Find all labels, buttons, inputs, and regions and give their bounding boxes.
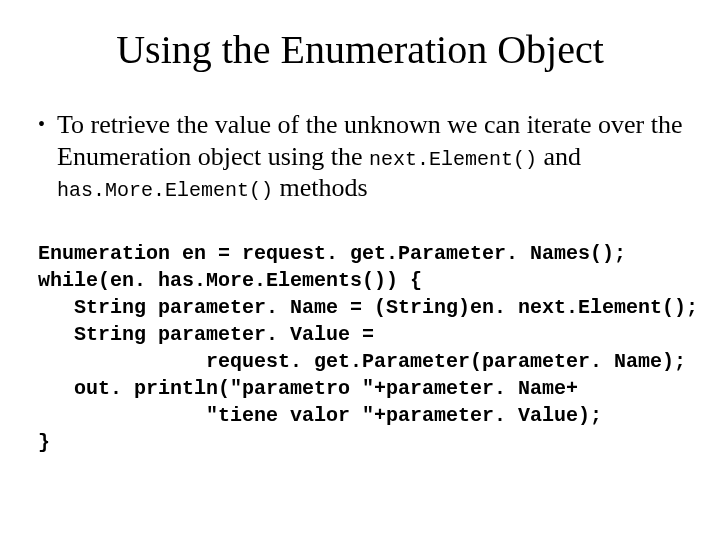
code-line-5: request. get.Parameter(parameter. Name);: [38, 350, 686, 373]
code-line-4: String parameter. Value =: [38, 323, 374, 346]
bullet-part2: and: [537, 142, 581, 171]
slide: Using the Enumeration Object • To retrie…: [0, 0, 720, 540]
bullet-code2: has.More.Element(): [57, 179, 273, 202]
code-line-8: }: [38, 431, 50, 454]
bullet-code1: next.Element(): [369, 148, 537, 171]
bullet-marker: •: [38, 109, 45, 139]
code-line-7: "tiene valor "+parameter. Value);: [38, 404, 602, 427]
slide-title: Using the Enumeration Object: [36, 26, 684, 73]
bullet-item: • To retrieve the value of the unknown w…: [38, 109, 684, 204]
code-line-2: while(en. has.More.Elements()) {: [38, 269, 422, 292]
bullet-text: To retrieve the value of the unknown we …: [57, 109, 684, 204]
code-line-1: Enumeration en = request. get.Parameter.…: [38, 242, 626, 265]
code-line-6: out. println("parametro "+parameter. Nam…: [38, 377, 578, 400]
bullet-part3: methods: [273, 173, 368, 202]
code-block: Enumeration en = request. get.Parameter.…: [38, 240, 684, 456]
code-line-3: String parameter. Name = (String)en. nex…: [38, 296, 698, 319]
